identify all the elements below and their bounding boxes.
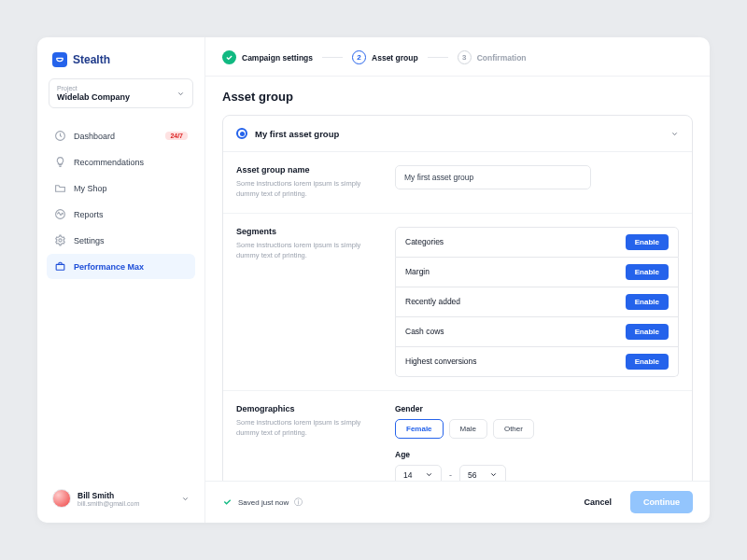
section-segments: Segments Some instructions lorem ipsum i… xyxy=(223,214,692,391)
enable-button[interactable]: Enable xyxy=(626,354,669,370)
save-status: Saved just now ⓘ xyxy=(222,497,303,509)
sidebar-item-settings[interactable]: Settings xyxy=(47,228,195,253)
activity-icon xyxy=(54,208,66,220)
gender-label: Gender xyxy=(395,404,679,413)
brand: Stealth xyxy=(47,50,195,78)
segment-row: Recently added Enable xyxy=(395,287,679,317)
sidebar-item-performance-max[interactable]: Performance Max xyxy=(47,254,195,279)
section-demographics: Demographics Some instructions lorem ips… xyxy=(223,391,692,482)
gender-option-other[interactable]: Other xyxy=(493,419,534,439)
gender-group: Female Male Other xyxy=(395,419,679,439)
info-icon: ⓘ xyxy=(294,497,303,509)
brand-name: Stealth xyxy=(73,53,110,66)
stepper: Campaign settings 2 Asset group 3 Confir… xyxy=(205,37,710,77)
segment-row: Cash cows Enable xyxy=(395,317,679,347)
sidebar-item-label: Dashboard xyxy=(74,132,115,141)
step-asset-group[interactable]: 2 Asset group xyxy=(352,50,418,64)
check-icon xyxy=(222,497,233,509)
gender-option-female[interactable]: Female xyxy=(395,419,444,439)
range-separator: - xyxy=(449,470,452,480)
segment-list: Categories Enable Margin Enable Recently… xyxy=(395,227,679,377)
asset-group-card: My first asset group Asset group name So… xyxy=(222,115,693,481)
step-connector xyxy=(322,57,343,58)
sidebar-item-label: Reports xyxy=(74,210,104,219)
lightbulb-icon xyxy=(54,156,66,168)
chevron-down-icon xyxy=(176,85,185,102)
step-label: Confirmation xyxy=(477,53,527,63)
step-confirmation[interactable]: 3 Confirmation xyxy=(458,50,527,64)
section-title: Segments xyxy=(236,227,376,236)
age-label: Age xyxy=(395,450,679,459)
section-title: Asset group name xyxy=(236,165,376,175)
project-select[interactable]: Project Widelab Company xyxy=(49,78,193,108)
brand-logo-icon xyxy=(52,52,67,67)
age-range: 14 - 56 xyxy=(395,465,679,482)
sidebar-item-label: Performance Max xyxy=(74,262,144,272)
content: Asset group My first asset group Asset g… xyxy=(205,77,710,481)
gender-option-male[interactable]: Male xyxy=(449,419,487,439)
sidebar-item-label: Recommendations xyxy=(74,158,144,167)
sidebar-item-label: Settings xyxy=(74,236,105,245)
save-status-text: Saved just now xyxy=(238,498,289,507)
card-header[interactable]: My first asset group xyxy=(223,116,692,152)
step-connector xyxy=(428,57,448,58)
folder-icon xyxy=(54,182,66,194)
sidebar-item-my-shop[interactable]: My Shop xyxy=(47,175,195,201)
enable-button[interactable]: Enable xyxy=(626,264,669,280)
sidebar-item-label: My Shop xyxy=(74,184,107,193)
avatar xyxy=(52,489,71,508)
user-name: Bill Smith xyxy=(78,491,139,500)
step-campaign-settings[interactable]: Campaign settings xyxy=(222,50,313,64)
sidebar-item-recommendations[interactable]: Recommendations xyxy=(47,149,195,175)
user-email: bill.smith@gmail.com xyxy=(78,500,139,507)
segment-name: Categories xyxy=(405,237,444,246)
section-desc: Some instructions lorem ipsum is simply … xyxy=(236,178,376,200)
age-max-select[interactable]: 56 xyxy=(459,465,506,482)
segment-row: Categories Enable xyxy=(395,227,679,258)
segment-name: Cash cows xyxy=(405,327,444,336)
page-title: Asset group xyxy=(222,90,693,104)
section-asset-group-name: Asset group name Some instructions lorem… xyxy=(223,152,692,214)
sidebar-item-dashboard[interactable]: Dashboard 24/7 xyxy=(47,123,195,148)
project-select-value: Widelab Company xyxy=(57,92,185,102)
card-title: My first asset group xyxy=(255,129,339,139)
continue-button[interactable]: Continue xyxy=(630,491,693,513)
step-number: 3 xyxy=(458,50,472,64)
chevron-down-icon xyxy=(670,125,679,142)
clock-icon xyxy=(54,130,66,142)
section-desc: Some instructions lorem ipsum is simply … xyxy=(236,240,376,261)
asset-group-name-input[interactable] xyxy=(395,165,591,189)
age-max-value: 56 xyxy=(468,470,476,480)
chevron-down-icon xyxy=(425,470,433,481)
sidebar: Stealth Project Widelab Company Dashboar… xyxy=(37,37,205,523)
enable-button[interactable]: Enable xyxy=(626,294,669,310)
age-min-select[interactable]: 14 xyxy=(395,465,442,482)
segment-row: Highest conversions Enable xyxy=(395,347,679,377)
section-title: Demographics xyxy=(236,404,376,413)
segment-name: Recently added xyxy=(405,297,460,306)
segment-name: Margin xyxy=(405,267,430,276)
project-select-label: Project xyxy=(57,85,185,91)
user-menu[interactable]: Bill Smith bill.smith@gmail.com xyxy=(47,483,195,513)
segment-row: Margin Enable xyxy=(395,258,679,287)
enable-button[interactable]: Enable xyxy=(626,234,669,250)
svg-point-2 xyxy=(59,239,62,242)
main: Campaign settings 2 Asset group 3 Confir… xyxy=(205,37,710,523)
sidebar-item-reports[interactable]: Reports xyxy=(47,202,195,227)
chevron-down-icon xyxy=(181,490,190,507)
sidebar-nav: Dashboard 24/7 Recommendations My Shop R… xyxy=(47,123,195,279)
enable-button[interactable]: Enable xyxy=(626,324,669,340)
check-icon xyxy=(222,50,236,64)
step-number: 2 xyxy=(352,50,366,64)
cancel-button[interactable]: Cancel xyxy=(574,492,621,512)
age-min-value: 14 xyxy=(403,470,412,480)
step-label: Campaign settings xyxy=(242,53,313,63)
briefcase-icon xyxy=(54,260,66,273)
badge: 24/7 xyxy=(165,132,188,140)
chevron-down-icon xyxy=(489,470,498,481)
footer: Saved just now ⓘ Cancel Continue xyxy=(205,481,710,523)
radio-selected-icon xyxy=(236,128,247,139)
section-desc: Some instructions lorem ipsum is simply … xyxy=(236,417,376,439)
svg-rect-3 xyxy=(56,264,64,270)
step-label: Asset group xyxy=(372,53,418,63)
